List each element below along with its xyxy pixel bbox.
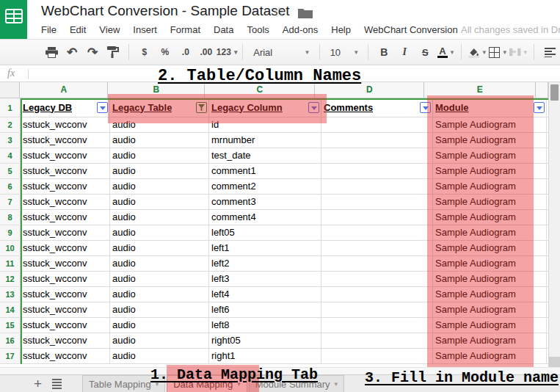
row-header-15[interactable]: 15	[0, 318, 21, 333]
cell-B17[interactable]: audio	[110, 349, 209, 364]
cell-C13[interactable]: left4	[209, 287, 321, 302]
header-cell-legacy-table[interactable]: Legacy Table	[110, 98, 209, 117]
cell-E14[interactable]: Sample Audiogram	[433, 302, 547, 318]
add-sheet-button[interactable]: +	[28, 377, 48, 391]
cell-A5[interactable]: sstuck_wcconv	[21, 164, 110, 179]
text-color-button[interactable]: A ▾	[437, 43, 454, 61]
cell-B10[interactable]: audio	[110, 241, 209, 256]
row-header-16[interactable]: 16	[0, 333, 21, 349]
row-header-12[interactable]: 12	[0, 272, 21, 287]
menu-tools[interactable]: Tools	[240, 24, 275, 35]
column-header-partial[interactable]	[536, 82, 548, 98]
menu-file[interactable]: File	[34, 24, 63, 35]
cell-D16[interactable]	[321, 333, 433, 349]
cell-C8[interactable]: comment4	[209, 210, 321, 225]
cell-E3[interactable]: Sample Audiogram	[433, 133, 547, 148]
row-header-6[interactable]: 6	[0, 179, 21, 195]
menu-view[interactable]: View	[92, 24, 126, 35]
cell-D3[interactable]	[321, 133, 433, 148]
menu-data[interactable]: Data	[207, 24, 240, 35]
column-header-A[interactable]: A	[20, 82, 108, 98]
cell-D4[interactable]	[321, 148, 433, 164]
cell-C9[interactable]: left05	[209, 225, 321, 241]
cell-D10[interactable]	[321, 241, 433, 256]
vertical-scrollbar-thumb[interactable]	[550, 84, 559, 101]
filter-dropdown-icon[interactable]	[97, 102, 108, 113]
cell-E16[interactable]: Sample Audiogram	[433, 333, 547, 349]
cell-D8[interactable]	[321, 210, 433, 225]
cell-B5[interactable]: audio	[110, 164, 209, 179]
cell-C16[interactable]: right05	[209, 333, 321, 349]
cell-D2[interactable]	[321, 117, 433, 133]
header-cell-legacy-db[interactable]: Legacy DB	[21, 98, 110, 117]
fill-color-button[interactable]: ▾	[468, 43, 486, 61]
menu-webchart-conversion[interactable]: WebChart Conversion	[357, 24, 465, 35]
column-header-E[interactable]: E	[424, 82, 536, 98]
cell-E5[interactable]: Sample Audiogram	[433, 164, 547, 179]
cell-C2[interactable]: id	[209, 117, 321, 133]
star-icon[interactable]: ☆	[273, 4, 286, 21]
filter-dropdown-icon[interactable]	[308, 102, 319, 113]
cell-A13[interactable]: sstuck_wcconv	[21, 287, 110, 302]
paint-format-icon[interactable]	[104, 43, 122, 61]
cell-B7[interactable]: audio	[110, 195, 209, 210]
cell-A7[interactable]: sstuck_wcconv	[21, 195, 110, 210]
cell-D17[interactable]	[321, 349, 433, 364]
cell-A6[interactable]: sstuck_wcconv	[21, 179, 110, 195]
row-header-1[interactable]: 1	[0, 98, 21, 117]
cell-B11[interactable]: audio	[110, 256, 209, 272]
row-header-2[interactable]: 2	[0, 117, 21, 133]
menu-add-ons[interactable]: Add-ons	[276, 24, 324, 35]
cell-E17[interactable]: Sample Audiogram	[433, 349, 547, 364]
row-header-13[interactable]: 13	[0, 287, 21, 302]
number-format-button[interactable]: 123 ▾	[218, 43, 236, 61]
cell-D9[interactable]	[321, 225, 433, 241]
cell-B6[interactable]: audio	[110, 179, 209, 195]
select-all-corner[interactable]	[0, 82, 20, 98]
cell-E6[interactable]: Sample Audiogram	[433, 179, 547, 195]
cell-A12[interactable]: sstuck_wcconv	[21, 272, 110, 287]
row-header-5[interactable]: 5	[0, 164, 21, 179]
cell-D11[interactable]	[321, 256, 433, 272]
cell-B4[interactable]: audio	[110, 148, 209, 164]
cell-E8[interactable]: Sample Audiogram	[433, 210, 547, 225]
italic-button[interactable]: I	[396, 43, 413, 61]
cell-D15[interactable]	[321, 318, 433, 333]
cell-D12[interactable]	[321, 272, 433, 287]
filter-dropdown-icon[interactable]	[534, 102, 545, 113]
cell-B12[interactable]: audio	[110, 272, 209, 287]
cell-B8[interactable]: audio	[110, 210, 209, 225]
cell-A8[interactable]: sstuck_wcconv	[21, 210, 110, 225]
cell-A2[interactable]: sstuck_wcconv	[21, 117, 110, 133]
cell-E4[interactable]: Sample Audiogram	[433, 148, 547, 164]
cell-A4[interactable]: sstuck_wcconv	[21, 148, 110, 164]
cell-A16[interactable]: sstuck_wcconv	[21, 333, 110, 349]
sheets-logo-icon[interactable]	[0, 0, 27, 39]
cell-A15[interactable]: sstuck_wcconv	[21, 318, 110, 333]
borders-button[interactable]: ▾	[489, 43, 506, 61]
row-header-7[interactable]: 7	[0, 195, 21, 210]
row-header-17[interactable]: 17	[0, 349, 21, 364]
font-family-select[interactable]: Arial ▾	[250, 43, 313, 61]
increase-decimal-button[interactable]: .00	[197, 43, 215, 61]
cell-E10[interactable]: Sample Audiogram	[433, 241, 547, 256]
cell-E7[interactable]: Sample Audiogram	[433, 195, 547, 210]
menu-insert[interactable]: Insert	[126, 24, 164, 35]
vertical-scrollbar[interactable]	[548, 82, 560, 367]
undo-icon[interactable]: ↶	[63, 43, 81, 61]
font-size-select[interactable]: 10 ▾	[327, 43, 362, 61]
cell-B2[interactable]: audio	[110, 117, 209, 133]
align-left-icon[interactable]	[541, 43, 559, 61]
cell-C12[interactable]: left3	[209, 272, 321, 287]
print-icon[interactable]	[43, 43, 60, 61]
cell-B3[interactable]: audio	[110, 133, 209, 148]
header-cell-legacy-column[interactable]: Legacy Column	[209, 98, 321, 117]
cell-B13[interactable]: audio	[110, 287, 209, 302]
cell-A9[interactable]: sstuck_wcconv	[21, 225, 110, 241]
cell-E2[interactable]: Sample Audiogram	[433, 117, 547, 133]
cell-E15[interactable]: Sample Audiogram	[433, 318, 547, 333]
header-cell-module[interactable]: Module	[433, 98, 547, 117]
filter-funnel-icon[interactable]	[196, 102, 207, 113]
menu-help[interactable]: Help	[324, 24, 357, 35]
cell-A11[interactable]: sstuck_wcconv	[21, 256, 110, 272]
